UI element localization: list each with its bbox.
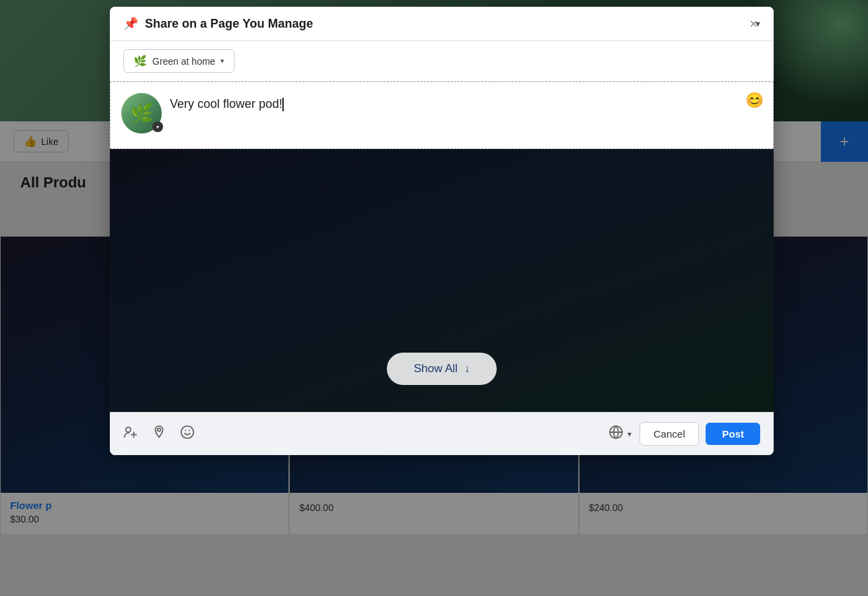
feeling-button[interactable] (180, 425, 195, 444)
compose-text-field[interactable]: Very cool flower pod! (170, 93, 762, 113)
svg-point-4 (181, 425, 193, 438)
emoji-button[interactable]: 😊 (745, 92, 764, 109)
svg-point-3 (158, 428, 161, 431)
avatar-wrapper: 🌿 ▾ (121, 93, 162, 133)
compose-text-value: Very cool flower pod! (170, 97, 282, 111)
show-all-label: Show All (414, 362, 458, 376)
page-selector-chevron: ▾ (220, 57, 224, 65)
page-selector-label: Green at home (152, 56, 215, 67)
post-button[interactable]: Post (706, 423, 760, 445)
pin-icon: 📌 (123, 16, 138, 31)
audience-selector-button[interactable]: ▾ (609, 425, 631, 443)
modal-title: Share on a Page You Manage (145, 17, 751, 31)
leaf-icon: 🌿 (133, 55, 147, 67)
audience-chevron-icon: ▾ (627, 429, 631, 439)
location-icon (152, 425, 166, 444)
feeling-icon (180, 425, 195, 444)
avatar-leaf-icon: 🌿 (130, 102, 154, 125)
preview-area: Show All ↓ (110, 149, 774, 412)
modal-footer: ▾ Cancel Post (110, 412, 774, 455)
show-all-arrow-icon: ↓ (464, 363, 470, 375)
text-cursor (282, 98, 284, 111)
modal-header: 📌 Share on a Page You Manage ▾ × (110, 7, 774, 41)
modal-close-button[interactable]: × (744, 14, 763, 33)
show-all-button[interactable]: Show All ↓ (387, 353, 497, 385)
svg-point-0 (126, 427, 131, 431)
page-selector-button[interactable]: 🌿 Green at home ▾ (123, 49, 235, 73)
compose-area[interactable]: 🌿 ▾ Very cool flower pod! 😊 (110, 82, 774, 149)
tag-people-icon (123, 425, 138, 444)
footer-actions (123, 425, 609, 444)
share-modal: 📌 Share on a Page You Manage ▾ × 🌿 Green… (110, 7, 774, 455)
location-button[interactable] (152, 425, 166, 444)
page-selector-row: 🌿 Green at home ▾ (110, 41, 774, 82)
avatar-dropdown-icon[interactable]: ▾ (152, 121, 163, 132)
globe-icon (609, 425, 623, 443)
tag-people-button[interactable] (123, 425, 138, 444)
cancel-button[interactable]: Cancel (640, 422, 700, 446)
